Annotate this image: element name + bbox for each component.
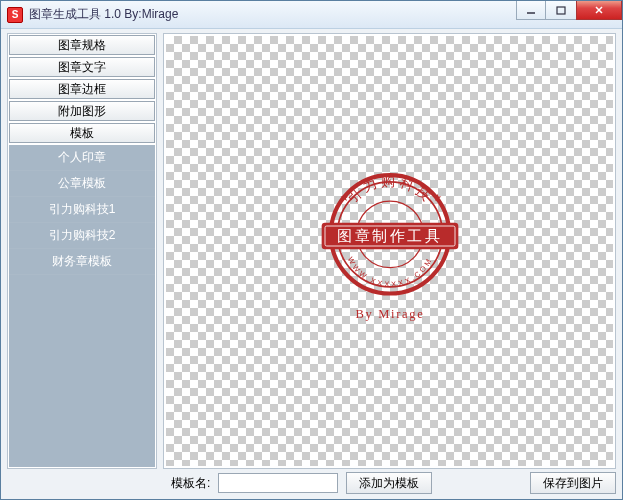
section-text[interactable]: 图章文字 (9, 57, 155, 77)
canvas-area[interactable]: 引力购科技 WWW.XXXXXX.COM 图章制作工具 By Mirage ★ … (163, 33, 616, 469)
section-label: 附加图形 (58, 103, 106, 120)
template-name-input[interactable] (218, 473, 338, 493)
section-addgraphic[interactable]: 附加图形 (9, 101, 155, 121)
svg-text:★: ★ (433, 192, 442, 203)
section-templates[interactable]: 模板 (9, 123, 155, 143)
btn-label: 保存到图片 (543, 476, 603, 490)
section-label: 图章文字 (58, 59, 106, 76)
minimize-button[interactable] (516, 1, 546, 20)
svg-text:★: ★ (340, 192, 349, 203)
template-item-label: 引力购科技2 (49, 227, 116, 244)
template-list: 个人印章 公章模板 引力购科技1 引力购科技2 财务章模板 (9, 145, 155, 467)
template-item-label: 财务章模板 (52, 253, 112, 270)
seal-svg: 引力购科技 WWW.XXXXXX.COM 图章制作工具 By Mirage ★ … (290, 151, 490, 351)
sidebar: 图章规格 图章文字 图章边框 附加图形 模板 个人印章 公章模板 引力购科技1 … (7, 33, 157, 469)
section-border[interactable]: 图章边框 (9, 79, 155, 99)
bottom-bar: 模板名: 添加为模板 保存到图片 (1, 471, 622, 499)
template-item-yinligou2[interactable]: 引力购科技2 (9, 223, 155, 249)
template-name-label: 模板名: (171, 475, 210, 492)
section-spec[interactable]: 图章规格 (9, 35, 155, 55)
section-label: 模板 (70, 125, 94, 142)
template-item-finance[interactable]: 财务章模板 (9, 249, 155, 275)
template-item-yinligou1[interactable]: 引力购科技1 (9, 197, 155, 223)
add-template-button[interactable]: 添加为模板 (346, 472, 432, 494)
close-button[interactable] (576, 1, 622, 20)
app-window: S 图章生成工具 1.0 By:Mirage 图章规格 图章文字 图章边框 附加… (0, 0, 623, 500)
section-label: 图章边框 (58, 81, 106, 98)
section-label: 图章规格 (58, 37, 106, 54)
window-title: 图章生成工具 1.0 By:Mirage (29, 6, 178, 23)
template-item-label: 个人印章 (58, 149, 106, 166)
window-controls (516, 1, 622, 20)
app-icon: S (7, 7, 23, 23)
seal-preview: 引力购科技 WWW.XXXXXX.COM 图章制作工具 By Mirage ★ … (290, 151, 490, 351)
minimize-icon (526, 5, 536, 15)
seal-banner-text: 图章制作工具 (337, 228, 442, 244)
template-item-label: 引力购科技1 (49, 201, 116, 218)
template-item-official[interactable]: 公章模板 (9, 171, 155, 197)
content-area: 图章规格 图章文字 图章边框 附加图形 模板 个人印章 公章模板 引力购科技1 … (1, 29, 622, 471)
seal-author-text: By Mirage (355, 307, 424, 321)
template-item-label: 公章模板 (58, 175, 106, 192)
maximize-button[interactable] (546, 1, 576, 20)
save-image-button[interactable]: 保存到图片 (530, 472, 616, 494)
titlebar: S 图章生成工具 1.0 By:Mirage (1, 1, 622, 29)
svg-rect-1 (557, 7, 565, 14)
close-icon (594, 5, 604, 15)
template-item-personal[interactable]: 个人印章 (9, 145, 155, 171)
maximize-icon (556, 5, 566, 15)
btn-label: 添加为模板 (359, 476, 419, 490)
